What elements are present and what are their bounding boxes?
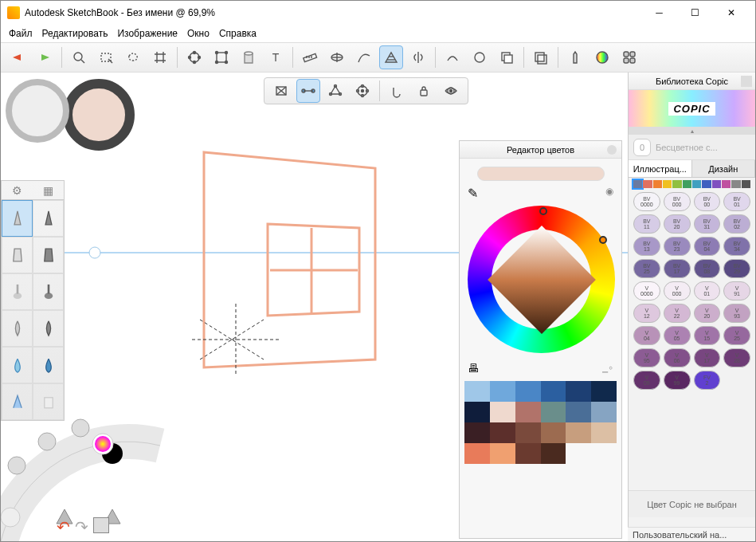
brush-slot-0[interactable] [2, 200, 33, 237]
copic-hue-8[interactable] [712, 180, 721, 188]
close-button[interactable]: ✕ [713, 2, 749, 24]
copic-hue-11[interactable] [742, 180, 750, 188]
palette-swatch-14[interactable] [515, 422, 541, 443]
wheel-mode-icon[interactable]: ◉ [605, 186, 613, 201]
copic-hue-7[interactable] [702, 180, 711, 188]
palette-swatch-20[interactable] [515, 443, 541, 464]
palette-swatch-4[interactable] [566, 381, 591, 402]
copic-hue-2[interactable] [653, 180, 662, 188]
palette-swatch-3[interactable] [541, 381, 566, 402]
layers-button[interactable] [495, 45, 519, 69]
copic-chip-BV23[interactable]: BV23 [664, 237, 691, 256]
palette-swatch-1[interactable] [490, 381, 515, 402]
copic-chip-V000[interactable]: V000 [664, 281, 691, 300]
copic-chip-BV0000[interactable]: BV0000 [633, 192, 660, 211]
copic-title[interactable]: Библиотека Copic [629, 73, 755, 90]
copic-tab-illustration[interactable]: Иллюстрац... [629, 160, 692, 177]
primary-color-puck[interactable] [6, 79, 69, 143]
persp-3pt-button[interactable] [323, 79, 347, 103]
copic-chip-BV02[interactable]: BV02 [723, 214, 750, 234]
menu-image[interactable]: Изображение [117, 28, 178, 39]
persp-2pt-button[interactable] [296, 79, 320, 103]
copic-chip-BV34[interactable]: BV34 [723, 237, 750, 256]
brush-slot-4[interactable] [2, 273, 33, 310]
color-puck-button[interactable] [590, 45, 614, 69]
color-editor-title[interactable]: Редактор цветов [460, 141, 621, 159]
copic-chip-BV31[interactable]: BV31 [694, 214, 721, 234]
lock-button[interactable] [412, 79, 436, 103]
color-wheel[interactable] [468, 206, 615, 353]
minimize-button[interactable]: ─ [641, 2, 677, 24]
copic-hue-1[interactable] [643, 180, 652, 188]
copic-chip-V99[interactable]: V99 [664, 371, 691, 390]
copic-chip-V17[interactable]: V17 [694, 348, 721, 367]
copic-chip-BV17[interactable]: BV17 [664, 259, 691, 278]
copic-chip-V04[interactable]: V04 [633, 326, 660, 345]
brush-tab-sliders-icon[interactable]: ⚙ [2, 181, 33, 199]
brush-tab-library-icon[interactable]: ▦ [33, 181, 64, 199]
copic-hue-4[interactable] [672, 180, 681, 188]
copic-hue-5[interactable] [683, 180, 691, 188]
ui-toggle-button[interactable] [617, 45, 641, 69]
brush-slot-2[interactable] [2, 237, 33, 273]
symmetry-button[interactable] [406, 45, 430, 69]
copic-hue-6[interactable] [692, 180, 701, 188]
lagoon-layers-icon[interactable] [93, 517, 109, 533]
brush-slot-7[interactable] [33, 310, 64, 347]
redo-button[interactable] [33, 45, 57, 69]
copic-chip-V12[interactable]: V12 [633, 304, 660, 323]
zoom-button[interactable] [67, 45, 91, 69]
hue-handle[interactable] [539, 207, 547, 215]
copic-chip-V01[interactable]: V01 [694, 281, 721, 300]
palette-swatch-19[interactable] [490, 443, 515, 464]
copic-hue-3[interactable] [663, 180, 672, 188]
steady-stroke-button[interactable] [468, 45, 492, 69]
palette-swatch-12[interactable] [464, 422, 490, 443]
ruler-button[interactable] [298, 45, 322, 69]
palette-swatch-8[interactable] [515, 402, 541, 422]
undo-button[interactable] [6, 45, 29, 69]
copic-chip-V05[interactable]: V05 [664, 326, 691, 345]
copic-hue-10[interactable] [731, 180, 740, 188]
brush-slot-9[interactable] [33, 347, 64, 383]
hue-handle-2[interactable] [599, 236, 607, 244]
distort-button[interactable] [210, 45, 233, 69]
copic-chip-V22[interactable]: V22 [664, 304, 691, 323]
brush-slot-3[interactable] [33, 237, 64, 273]
copic-chip-BV25[interactable]: BV25 [633, 259, 660, 278]
copic-collapse-icon[interactable]: ▴ [629, 127, 755, 135]
visibility-button[interactable] [439, 79, 463, 103]
menu-file[interactable]: Файл [9, 28, 33, 39]
current-color-swatch[interactable] [477, 167, 605, 181]
copic-chip-V06[interactable]: V06 [664, 348, 691, 367]
palette-swatch-17[interactable] [591, 422, 617, 443]
copic-hue-9[interactable] [722, 180, 731, 188]
select-lasso-button[interactable] [121, 45, 145, 69]
copic-chip-BV08[interactable]: BV08 [694, 259, 721, 278]
lagoon-undo-icon[interactable]: ↶ [57, 517, 70, 536]
palette-swatch-10[interactable] [566, 402, 591, 422]
lagoon-menu[interactable]: ↶ ↷ [1, 398, 176, 541]
menu-edit[interactable]: Редактировать [42, 28, 108, 39]
palette-print-icon[interactable]: 🖶 [468, 362, 479, 375]
palette-swatch-21[interactable] [541, 443, 566, 464]
brush-puck-button[interactable] [563, 45, 587, 69]
transform-free-button[interactable] [182, 45, 206, 69]
palette-settings-icon[interactable]: ⎯∘ [602, 362, 613, 375]
brush-slot-6[interactable] [2, 310, 33, 347]
palette-swatch-18[interactable] [464, 443, 490, 464]
copic-chip-BV11[interactable]: BV11 [633, 214, 660, 234]
copic-chip-V09[interactable]: V09 [633, 371, 660, 390]
copic-chip-BV29[interactable]: BV29 [723, 259, 750, 278]
perspective-button[interactable] [379, 45, 403, 69]
copic-chip-V91[interactable]: V91 [723, 281, 750, 300]
copic-chip-V20[interactable]: V20 [694, 304, 721, 323]
palette-swatch-0[interactable] [464, 381, 490, 402]
copic-chip-BV000[interactable]: BV000 [664, 192, 691, 211]
eyedropper-icon[interactable]: ✎ [468, 186, 478, 201]
copic-chip-BV04[interactable]: BV04 [694, 237, 721, 256]
menu-window[interactable]: Окно [187, 28, 210, 39]
maximize-button[interactable]: ☐ [677, 2, 713, 24]
copic-chip-BV00[interactable]: BV00 [694, 192, 721, 211]
crop-button[interactable] [148, 45, 172, 69]
